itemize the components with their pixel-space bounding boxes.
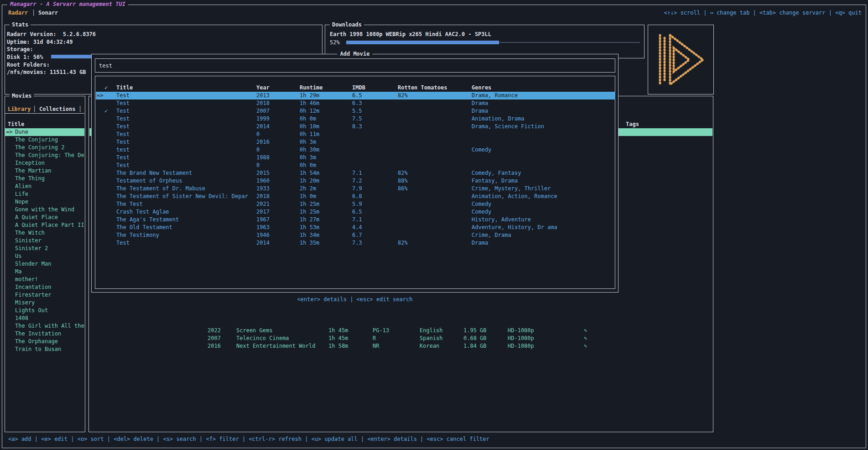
add-movie-search-input[interactable] [99,61,610,70]
movie-list-item[interactable]: 1408 [5,314,84,322]
movie-list-item[interactable]: mother! [5,276,84,283]
movie-list-item[interactable]: Firestarter [5,291,84,299]
movie-list-item[interactable]: The Orphanage [5,338,84,345]
movie-list-item[interactable]: => Dune [5,128,84,136]
genres-cell: Crime, Mystery, Thriller [472,185,551,193]
movie-list-item[interactable]: The Conjuring 2 [5,144,84,152]
movie-title: Us [15,253,21,259]
add-movie-row[interactable]: ✓ Test 2007 0h 12m 5.5 Drama [96,107,615,115]
movie-list-item[interactable]: Lights Out [5,307,84,314]
year-cell: 2014 [256,239,270,247]
runtime-cell: 1h 45m [328,327,348,335]
tab-sonarr[interactable]: Sonarr [38,9,58,17]
year-cell: 0 [256,162,260,169]
add-movie-row[interactable]: => Test 2013 1h 29m 6.5 82% Drama, Roman… [96,92,615,99]
tabs-underline [5,113,84,114]
movie-list-item[interactable]: Us [5,252,84,260]
certification-cell: PG-13 [373,327,389,335]
imdb-cell: 7.5 [352,115,362,123]
size-cell: 1.84 GB [463,342,487,350]
year-cell: 2015 [256,169,270,177]
movie-title: Sinister 2 [15,245,48,251]
add-movie-row[interactable]: The Testimony 1946 1h 34m 6.7 Crime, Dra… [96,231,615,239]
movie-list-item[interactable]: The Witch [5,229,84,237]
movies-panel-title: Movies [10,92,34,100]
movie-title: Lights Out [15,307,48,314]
imdb-cell: 4.4 [352,224,362,231]
year-cell: 2007 [208,335,221,342]
title-cell: The Brand New Testament [116,169,192,177]
add-movie-row[interactable]: Test 2014 1h 35m 7.3 82% Drama [96,239,615,247]
genres-cell: Animation, Action, Romance [472,193,557,200]
genres-cell: Adventure, History, Dr ama [472,224,557,231]
movie-list-item[interactable]: The Conjuring: The De [5,152,84,159]
root-folders-heading: Root Folders: [7,61,50,69]
title-cell: Test [116,99,130,107]
rotten-tomatoes-cell: 82% [398,239,408,247]
runtime-cell: 0h 11m [300,131,319,138]
add-movie-row[interactable]: Test 0 0h 11m [96,131,615,138]
add-movie-row[interactable]: The Old Testament 1963 1h 53m 4.4 Advent… [96,224,615,231]
add-movie-title: Add Movie [337,50,372,58]
add-movie-row[interactable]: The Testament of Dr. Mabuse 1933 2h 2m 7… [96,185,615,193]
runtime-cell: 1h 27m [300,216,319,224]
add-movie-row[interactable]: Test 2016 0h 3m [96,138,615,146]
movie-list-item[interactable]: The Thing [5,175,84,183]
tab-collections[interactable]: Collections [39,105,75,113]
selection-marker: => [6,128,12,136]
year-cell: 1933 [256,185,270,193]
movie-list-item[interactable]: A Quiet Place Part II [5,221,84,229]
title-cell: The Aga's Testament [116,216,179,224]
add-movie-row[interactable]: Testament of Orpheus 1960 1h 20m 7.2 88%… [96,177,615,185]
add-movie-row[interactable]: Crash Test Aglae 2017 1h 25m 6.5 Comedy [96,208,615,216]
movie-list-item[interactable]: The Martian [5,167,84,175]
library-row[interactable]: 2022 Screen Gems 1h 45m PG-13 English 1.… [88,327,713,335]
app-title: Managarr - A Servarr management TUI [7,0,128,8]
movie-list-item[interactable]: Ma [5,268,84,276]
movie-list-item[interactable]: Nope [5,198,84,206]
movie-title: Nope [15,199,28,205]
tab-library[interactable]: Library [8,105,31,113]
movie-list-item[interactable]: Slender Man [5,260,84,268]
library-row[interactable]: 2016 Next Entertainment World 1h 58m NR … [88,342,713,350]
add-movie-row[interactable]: The Brand New Testament 2015 1h 54m 7.1 … [96,169,615,177]
year-cell: 1988 [256,154,270,162]
add-movie-row[interactable]: Test 0 0h 0m [96,162,615,169]
imdb-cell: 7.1 [352,169,362,177]
search-input-box [95,58,615,73]
add-movie-row[interactable]: Test 2014 0h 10m 8.3 Drama, Science Fict… [96,123,615,131]
imdb-cell: 6.3 [352,99,362,107]
library-row[interactable]: 2007 Telecinco Cinema 1h 45m R Spanish 0… [88,335,713,342]
movie-title: A Quiet Place [15,214,58,220]
movie-list-item[interactable]: The Girl with All the [5,322,84,330]
genres-cell: Drama, Science Fiction [472,123,544,131]
movie-list-item[interactable]: The Conjuring [5,136,84,144]
movie-title: The Thing [15,175,45,182]
add-movie-row[interactable]: The Testament of Sister New Devil: Depar… [96,193,615,200]
movie-list-item[interactable]: Misery [5,299,84,307]
movie-list-item[interactable]: A Quiet Place [5,214,84,221]
add-movie-row[interactable]: Test 1999 0h 0m 7.5 Animation, Drama [96,115,615,123]
movie-list-item[interactable]: Train to Busan [5,345,84,353]
movie-list-item[interactable]: Incantation [5,283,84,291]
movie-list-item[interactable]: Inception [5,159,84,167]
movie-list-item[interactable]: Gone with the Wind [5,206,84,214]
movie-list-item[interactable]: Life [5,190,84,198]
movie-list-item[interactable]: Sinister [5,237,84,245]
add-movie-row[interactable]: The Aga's Testament 1967 1h 27m 7.1 Hist… [96,216,615,224]
radarr-version: Radarr Version: 5.2.6.8376 [7,31,96,38]
results-table: ✓ Title Year Runtime IMDB Rotten Tomatoe… [95,76,615,289]
tab-radarr[interactable]: Radarr [8,9,28,17]
add-movie-row[interactable]: Test 1988 0h 3m [96,154,615,162]
genres-cell: Drama [472,107,488,115]
movie-title: The Conjuring [15,136,58,143]
add-movie-row[interactable]: Test 2018 1h 46m 6.3 Drama [96,99,615,107]
title-cell: Test [116,123,130,131]
movie-list-item[interactable]: The Invitation [5,330,84,338]
add-movie-row[interactable]: test 0 0h 30m Comedy [96,146,615,154]
movie-list-item[interactable]: Sinister 2 [5,245,84,252]
movie-title: Dune [15,129,28,135]
rotten-tomatoes-cell: 86% [398,185,408,193]
add-movie-row[interactable]: The Test 2021 1h 25m 5.9 Comedy [96,200,615,208]
movie-list-item[interactable]: Alien [5,183,84,190]
